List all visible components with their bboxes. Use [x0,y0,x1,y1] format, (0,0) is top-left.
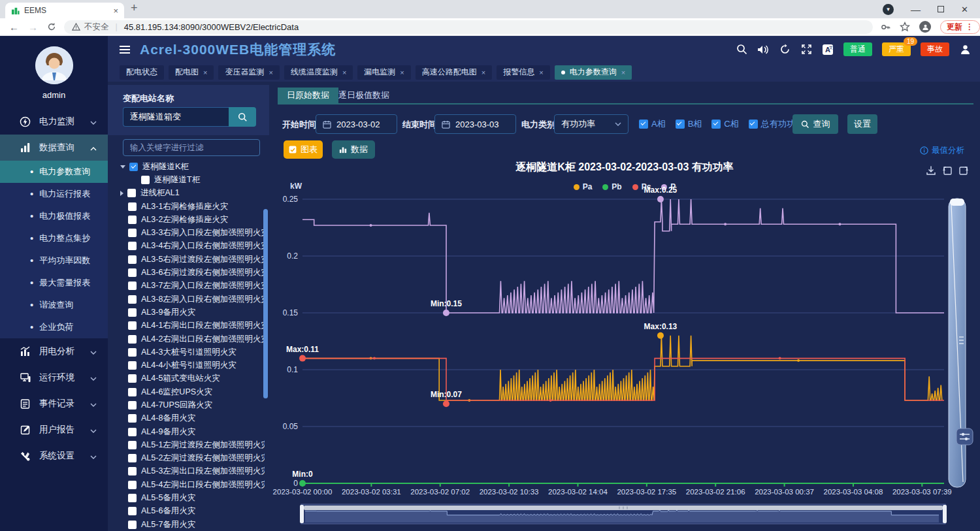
status-badge-normal[interactable]: 普通 [843,42,872,56]
sidebar-item-电力参数查询[interactable]: •电力参数查询 [0,161,108,183]
tree-checkbox[interactable] [128,308,137,317]
tab-daily-extreme-data[interactable]: 逐日极值数据 [329,88,399,103]
tree-node[interactable]: AL4-9备用火灾 [108,425,265,438]
tree-node[interactable]: AL4-8备用火灾 [108,412,265,425]
tab-close-icon[interactable]: × [482,69,485,76]
tree-checkbox[interactable] [128,507,137,515]
sidebar-group-数据查询[interactable]: 数据查询 [0,135,108,161]
tree-checkbox[interactable] [141,176,150,184]
tree-checkbox[interactable] [128,428,137,436]
tree-checkbox[interactable] [128,202,137,211]
sidebar-group-用电分析[interactable]: 用电分析 [0,338,108,364]
tab-close-icon[interactable]: × [400,69,404,76]
tree-checkbox[interactable] [129,163,138,171]
end-date-input[interactable]: 2023-03-03 [434,114,516,134]
sidebar-group-电力监测[interactable]: 电力监测 [0,108,108,135]
refresh-icon[interactable] [47,22,56,31]
tab-search-icon[interactable]: ▾ [883,4,894,15]
user-icon[interactable] [959,44,971,56]
tree-checkbox[interactable] [127,189,136,197]
phase-checkbox[interactable] [711,120,721,129]
tree-checkbox[interactable] [128,374,137,383]
tab-close-icon[interactable]: × [539,69,543,76]
back-icon[interactable]: ← [9,22,19,33]
page-tab-电力参数查询[interactable]: 电力参数查询× [555,65,632,80]
page-tab-报警信息[interactable]: 报警信息× [497,65,549,80]
datazoom-left-handle[interactable] [300,505,304,523]
phase-checkbox[interactable] [639,120,648,129]
tree-node[interactable]: AL5-5备用火灾 [108,491,265,504]
kebab-menu-icon[interactable]: ⋮ [966,22,973,31]
tree-node[interactable]: 逐桐隧道K柜 [108,160,265,173]
restore-icon[interactable] [942,165,953,176]
tree-checkbox[interactable] [128,295,137,304]
start-date-input[interactable]: 2023-03-02 [316,114,397,134]
sidebar-group-运行环境[interactable]: 运行环境 [0,364,108,391]
tab-close-icon[interactable]: × [342,69,346,76]
sidebar-group-用户报告[interactable]: 用户报告 [0,417,108,443]
window-close-button[interactable]: ✕ [961,5,968,14]
tree-node[interactable]: AL5-7备用火灾 [108,518,265,531]
sidebar-item-谐波查询[interactable]: •谐波查询 [0,294,108,316]
station-input[interactable] [123,107,229,127]
tree-node[interactable]: AL4-2右洞出口段右侧加强照明火灾 [108,332,265,346]
datazoom-right-handle[interactable] [943,505,947,523]
sidebar-item-电力运行报表[interactable]: •电力运行报表 [0,183,108,205]
page-tab-配电图[interactable]: 配电图× [169,65,214,80]
station-search-button[interactable] [229,107,256,127]
tree-checkbox[interactable] [128,441,137,449]
tree-node[interactable]: AL3-6右洞过渡段右侧加强照明火灾 [108,266,265,279]
window-maximize-button[interactable] [938,6,944,12]
query-button[interactable]: 查询 [792,114,838,134]
sidebar-item-最大需量报表[interactable]: •最大需量报表 [0,272,108,294]
tree-node[interactable]: AL5-2左洞过渡段右侧加强照明火灾 [108,452,265,465]
tree-node[interactable]: AL4-6监控UPS火灾 [108,385,265,398]
tree-node[interactable]: AL3-5右洞过渡段左侧加强照明火灾 [108,253,265,266]
tree-node[interactable]: 进线柜AL1 [108,187,265,200]
tree-expand-icon[interactable] [120,165,125,169]
tree-scrollbar[interactable] [263,209,268,398]
page-tab-高速公路配电图[interactable]: 高速公路配电图× [416,65,492,80]
tree-node[interactable]: AL3-2左洞检修插座火灾 [108,213,265,226]
tree-node[interactable]: AL3-8左洞入口段右侧加强照明火灾 [108,293,265,306]
bookmark-star-icon[interactable] [900,22,910,32]
tab-close-icon[interactable]: × [269,69,272,76]
sidebar-item-企业负荷[interactable]: •企业负荷 [0,316,108,338]
phase-option-A相[interactable]: A相 [639,118,666,130]
tree-checkbox[interactable] [128,216,137,224]
tree-node[interactable]: AL5-3左洞出口段左侧加强照明火灾 [108,465,265,478]
browser-profile-avatar[interactable] [919,21,931,33]
tree-checkbox[interactable] [128,481,137,489]
translate-icon[interactable]: A文 [822,44,834,56]
tree-checkbox[interactable] [128,348,137,357]
extreme-analysis-link[interactable]: 最值分析 [920,145,964,156]
tab-close-icon[interactable]: × [203,69,207,76]
tree-checkbox[interactable] [128,414,137,423]
hamburger-menu-icon[interactable] [120,46,130,54]
tree-checkbox[interactable] [128,521,137,529]
address-bar[interactable]: 不安全 | 45.81.195.134:8090/3000WEBV2/Elect… [64,20,873,34]
page-tab-漏电监测[interactable]: 漏电监测× [357,65,410,80]
tree-node[interactable]: AL4-5箱式变电站火灾 [108,372,265,385]
sync-icon[interactable] [779,44,791,56]
tree-checkbox[interactable] [128,401,137,410]
fullscreen-icon[interactable] [800,44,812,56]
save-image-icon[interactable] [958,165,969,176]
tree-node[interactable]: AL4-7UPS回路火灾 [108,398,265,411]
page-tab-配电状态[interactable]: 配电状态 [120,65,164,80]
sidebar-group-事件记录[interactable]: 事件记录 [0,391,108,417]
data-view-button[interactable]: 数据 [332,140,375,159]
tree-checkbox[interactable] [128,229,137,237]
tree-node[interactable]: AL3-3右洞入口段左侧加强照明火灾 [108,226,265,239]
tree-checkbox[interactable] [128,255,137,264]
tree-checkbox[interactable] [128,467,137,475]
forward-icon[interactable]: → [28,22,38,33]
tree-checkbox[interactable] [128,335,137,344]
tab-close-icon[interactable]: × [621,69,625,76]
sidebar-item-电力极值报表[interactable]: •电力极值报表 [0,205,108,227]
page-tab-线缆温度监测[interactable]: 线缆温度监测× [284,65,353,80]
tree-node[interactable]: AL5-6备用火灾 [108,505,265,518]
tree-checkbox[interactable] [128,242,137,250]
filter-settings-button[interactable] [956,428,973,445]
new-tab-button[interactable]: + [131,1,138,15]
